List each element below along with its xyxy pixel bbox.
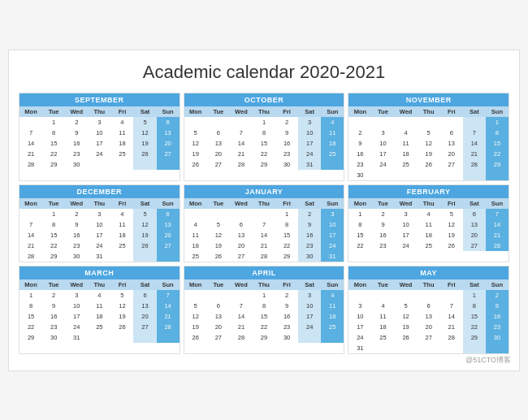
day-cell <box>298 332 321 343</box>
day-cell: 6 <box>207 128 230 138</box>
day-cell: 25 <box>418 240 440 251</box>
day-cell: 17 <box>395 230 418 240</box>
day-cell: 30 <box>348 170 371 180</box>
day-cell: 29 <box>463 332 486 343</box>
day-cell: 1 <box>42 117 65 128</box>
day-cell: 22 <box>275 240 298 251</box>
day-cell: 1 <box>253 117 275 128</box>
day-cell: 13 <box>418 311 440 322</box>
day-cell: 15 <box>42 230 65 240</box>
day-header: Thu <box>88 198 110 209</box>
day-cell: 24 <box>88 149 110 159</box>
month-april: APRILMonTueWedThuFriSatSun12345678910111… <box>184 266 345 354</box>
day-cell: 19 <box>110 311 133 322</box>
day-cell: 10 <box>65 301 88 311</box>
day-cell <box>88 332 110 343</box>
day-header: Wed <box>65 106 88 117</box>
day-cell: 2 <box>65 209 88 219</box>
day-cell: 27 <box>157 149 180 159</box>
day-cell: 24 <box>298 149 321 159</box>
day-cell: 18 <box>110 230 133 240</box>
day-header: Mon <box>184 279 207 290</box>
day-cell: 15 <box>253 311 275 322</box>
day-cell: 20 <box>463 230 486 240</box>
day-cell: 2 <box>371 209 394 219</box>
day-cell: 9 <box>371 219 394 230</box>
month-header-february: FEBRUARY <box>348 185 509 198</box>
days-grid: 1234567891011121314151617181920212223242… <box>348 209 509 251</box>
day-header: Sat <box>463 279 486 290</box>
day-cell: 28 <box>19 159 42 170</box>
day-cell: 1 <box>348 209 371 219</box>
day-cell: 13 <box>207 138 230 149</box>
day-cell <box>348 117 371 128</box>
day-cell: 27 <box>133 322 156 332</box>
day-header: Wed <box>230 106 253 117</box>
day-cell: 17 <box>298 311 321 322</box>
day-header: Mon <box>348 198 371 209</box>
day-cell: 16 <box>298 230 321 240</box>
day-header: Thu <box>418 198 440 209</box>
day-cell <box>88 159 110 170</box>
month-march: MARCHMonTueWedThuFriSatSun12345678910111… <box>19 266 180 354</box>
day-cell <box>440 170 463 180</box>
day-cell: 11 <box>321 128 344 138</box>
day-cell: 12 <box>133 219 156 230</box>
day-header: Sun <box>157 279 180 290</box>
day-header: Tue <box>207 198 230 209</box>
day-cell: 10 <box>88 219 110 230</box>
day-cell: 21 <box>486 230 509 240</box>
day-cell: 4 <box>184 219 207 230</box>
day-header: Thu <box>418 279 440 290</box>
day-header: Sun <box>157 198 180 209</box>
day-cell: 15 <box>275 230 298 240</box>
day-cell: 30 <box>486 332 509 343</box>
day-cell: 5 <box>184 301 207 311</box>
day-cell: 19 <box>184 149 207 159</box>
day-cell: 18 <box>321 138 344 149</box>
day-cell: 21 <box>440 322 463 332</box>
day-cell: 3 <box>371 128 394 138</box>
day-cell <box>463 343 486 353</box>
day-cell: 8 <box>463 301 486 311</box>
watermark: @51CTO博客 <box>465 355 511 366</box>
day-cell <box>418 290 440 301</box>
day-cell: 12 <box>395 311 418 322</box>
day-cell: 1 <box>42 209 65 219</box>
day-cell: 28 <box>157 322 180 332</box>
day-cell: 16 <box>371 230 394 240</box>
day-cell: 23 <box>65 240 88 251</box>
day-cell: 16 <box>42 311 65 322</box>
day-cell: 6 <box>230 219 253 230</box>
day-header: Thu <box>253 106 275 117</box>
day-cell <box>207 209 230 219</box>
day-cell: 23 <box>275 149 298 159</box>
day-header: Sat <box>133 198 156 209</box>
day-cell <box>440 117 463 128</box>
day-cell: 29 <box>253 332 275 343</box>
day-cell <box>486 343 509 353</box>
day-header: Mon <box>348 279 371 290</box>
day-cell: 8 <box>275 219 298 230</box>
day-cell: 8 <box>348 219 371 230</box>
day-cell <box>418 117 440 128</box>
day-cell: 3 <box>88 209 110 219</box>
day-cell: 27 <box>207 332 230 343</box>
day-cell: 12 <box>110 301 133 311</box>
day-header: Fri <box>110 279 133 290</box>
day-cell <box>440 343 463 353</box>
day-cell <box>348 290 371 301</box>
day-header: Mon <box>19 106 42 117</box>
day-cell: 19 <box>418 149 440 159</box>
day-header: Wed <box>230 279 253 290</box>
day-cell: 8 <box>486 128 509 138</box>
day-cell: 14 <box>230 311 253 322</box>
day-cell: 13 <box>133 301 156 311</box>
day-cell <box>133 332 156 343</box>
day-cell: 26 <box>207 251 230 262</box>
day-header: Thu <box>253 279 275 290</box>
day-cell: 4 <box>88 290 110 301</box>
day-cell: 25 <box>321 322 344 332</box>
day-cell: 10 <box>321 219 344 230</box>
day-cell: 17 <box>298 138 321 149</box>
